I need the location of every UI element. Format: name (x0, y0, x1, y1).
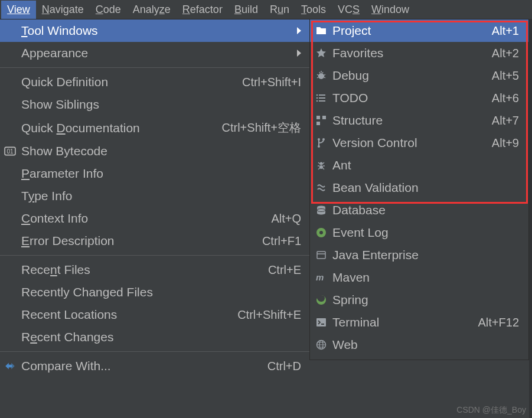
ant-icon (316, 159, 332, 172)
submenu-arrow-icon (297, 50, 301, 57)
view-menu-item-type-info[interactable]: Type Info (0, 185, 309, 207)
tool-window-item-favorites[interactable]: FavoritesAlt+2 (310, 42, 528, 64)
menu-item-label: Type Info (21, 189, 301, 203)
tool-window-item-ant[interactable]: Ant (310, 154, 528, 177)
tool-window-label: Favorites (332, 46, 492, 60)
tool-window-item-bean-validation[interactable]: Bean Validation (310, 177, 528, 199)
compare-icon (4, 360, 17, 373)
menu-separator (0, 67, 309, 68)
menu-item-shortcut: Ctrl+Shift+E (237, 308, 301, 322)
tool-window-item-spring[interactable]: Spring (310, 289, 528, 311)
tool-window-label: Event Log (332, 226, 519, 240)
menubar: View Navigate Code Analyze Refactor Buil… (0, 0, 532, 19)
tool-window-label: Structure (332, 113, 492, 128)
tool-window-label: Web (332, 338, 519, 352)
menu-separator (0, 351, 309, 352)
menu-item-label: Recent Locations (21, 308, 237, 322)
tool-window-label: Bean Validation (332, 181, 519, 195)
view-menu-item-compare-with[interactable]: Compare With...Ctrl+D (0, 355, 309, 377)
menu-item-label: Recent Files (21, 263, 268, 277)
view-menu-item-recent-locations[interactable]: Recent LocationsCtrl+Shift+E (0, 303, 309, 326)
menu-item-label: Recent Changes (21, 330, 301, 344)
tool-window-shortcut: Alt+6 (492, 92, 519, 105)
tool-window-item-java-enterprise[interactable]: Java Enterprise (310, 244, 528, 266)
tool-window-shortcut: Alt+F12 (478, 316, 519, 329)
tool-window-item-event-log[interactable]: Event Log (310, 221, 528, 244)
menubar-label: Refactor (182, 4, 223, 15)
tool-window-label: Java Enterprise (332, 248, 519, 262)
tool-window-item-structure[interactable]: StructureAlt+7 (310, 109, 528, 132)
view-menu-dropdown: Tool WindowsAppearanceQuick DefinitionCt… (0, 19, 309, 381)
menubar-item-code[interactable]: Code (90, 1, 127, 19)
bug-icon (316, 69, 332, 82)
editor-background-sliver (529, 19, 532, 418)
menubar-label: Window (371, 4, 409, 15)
menu-item-label: Quick Definition (21, 75, 242, 89)
view-menu-item-recent-changes[interactable]: Recent Changes (0, 326, 309, 348)
spring-icon (316, 293, 332, 306)
tool-windows-submenu: ProjectAlt+1FavoritesAlt+2DebugAlt+5TODO… (309, 19, 529, 360)
view-menu-item-quick-definition[interactable]: Quick DefinitionCtrl+Shift+I (0, 71, 309, 93)
view-menu-item-quick-documentation[interactable]: Quick DocumentationCtrl+Shift+空格 (0, 116, 309, 140)
tool-window-item-maven[interactable]: Maven (310, 266, 528, 289)
menubar-item-tools[interactable]: Tools (295, 1, 332, 19)
tool-window-item-debug[interactable]: DebugAlt+5 (310, 64, 528, 87)
menu-item-label: Appearance (21, 46, 292, 60)
tool-window-item-database[interactable]: Database (310, 199, 528, 221)
tool-window-shortcut: Alt+1 (492, 24, 519, 38)
tool-window-label: Database (332, 203, 519, 217)
tool-window-shortcut: Alt+5 (492, 69, 519, 83)
menu-item-label: Error Description (21, 234, 262, 248)
tool-window-label: Maven (332, 270, 519, 285)
tool-window-item-version-control[interactable]: Version ControlAlt+9 (310, 132, 528, 154)
menubar-item-vcs[interactable]: VCS (332, 1, 365, 19)
list-icon (316, 92, 332, 105)
tool-window-item-project[interactable]: ProjectAlt+1 (310, 19, 528, 42)
eventlog-icon (316, 226, 332, 239)
menubar-item-run[interactable]: Run (264, 1, 295, 19)
branch-icon (316, 136, 332, 149)
view-menu-item-recent-files[interactable]: Recent FilesCtrl+E (0, 259, 309, 281)
menubar-label: Analyze (133, 4, 171, 15)
menu-item-shortcut: Ctrl+Shift+I (242, 76, 301, 89)
menubar-item-build[interactable]: Build (229, 1, 264, 19)
view-menu-item-recently-changed-files[interactable]: Recently Changed Files (0, 281, 309, 303)
tool-window-label: TODO (332, 91, 492, 105)
menubar-item-navigate[interactable]: Navigate (36, 1, 90, 19)
view-menu-item-show-bytecode[interactable]: Show Bytecode (0, 140, 309, 162)
maven-icon (316, 271, 332, 284)
web-icon (316, 338, 332, 351)
tool-window-item-web[interactable]: Web (310, 334, 528, 356)
menubar-label: Run (270, 4, 289, 15)
tool-window-item-terminal[interactable]: TerminalAlt+F12 (310, 311, 528, 334)
menu-item-shortcut: Ctrl+D (267, 360, 301, 373)
menu-item-label: Context Info (21, 211, 271, 226)
menubar-item-window[interactable]: Window (365, 1, 415, 19)
tool-window-label: Debug (332, 68, 492, 83)
tool-window-label: Terminal (332, 315, 478, 329)
star-icon (316, 47, 332, 60)
menubar-label: Build (234, 4, 258, 15)
menubar-item-analyze[interactable]: Analyze (127, 1, 177, 19)
tool-window-label: Spring (332, 293, 519, 307)
menu-item-shortcut: Ctrl+F1 (262, 234, 301, 248)
menu-item-label: Compare With... (21, 359, 267, 373)
view-menu-item-appearance[interactable]: Appearance (0, 42, 309, 64)
bytecode-icon (4, 145, 17, 158)
structure-icon (316, 114, 332, 127)
view-menu-item-parameter-info[interactable]: Parameter Info (0, 162, 309, 185)
menubar-item-refactor[interactable]: Refactor (177, 1, 229, 19)
tool-window-shortcut: Alt+9 (492, 136, 519, 150)
menu-item-shortcut: Alt+Q (271, 212, 301, 226)
view-menu-item-context-info[interactable]: Context InfoAlt+Q (0, 207, 309, 230)
view-menu-item-error-description[interactable]: Error DescriptionCtrl+F1 (0, 230, 309, 252)
view-menu-item-tool-windows[interactable]: Tool Windows (0, 19, 309, 42)
menubar-item-view[interactable]: View (1, 1, 36, 19)
menubar-label: Code (96, 4, 121, 15)
view-menu-item-show-siblings[interactable]: Show Siblings (0, 93, 309, 116)
menubar-label: Tools (301, 4, 326, 15)
menu-item-label: Quick Documentation (21, 121, 222, 135)
tool-window-item-todo[interactable]: TODOAlt+6 (310, 87, 528, 109)
tool-window-label: Ant (332, 158, 519, 172)
database-icon (316, 204, 332, 217)
